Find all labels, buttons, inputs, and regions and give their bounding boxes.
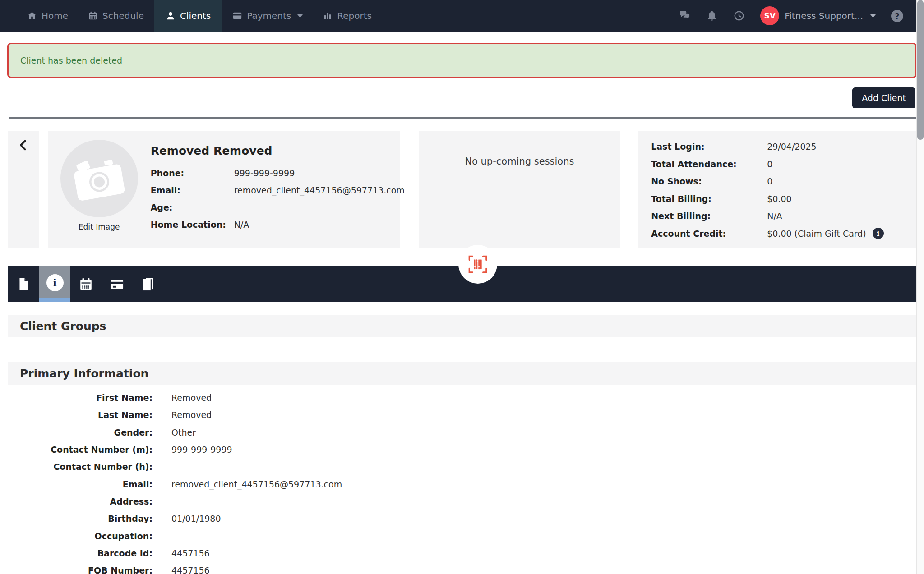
profile-field-row: Phone: 999-999-9999 — [151, 165, 405, 182]
field-row: Barcode Id: 4457156 — [8, 545, 924, 562]
field-label: Phone: — [151, 168, 234, 178]
user-name: Fitness Support... — [785, 10, 863, 21]
chat-button[interactable] — [679, 10, 691, 22]
scrollbar-thumb[interactable] — [917, 0, 924, 140]
field-row: Last Name: Removed — [8, 406, 924, 423]
client-name[interactable]: Removed Removed — [151, 144, 405, 157]
history-button[interactable] — [733, 10, 745, 22]
nav-item-clients[interactable]: Clients — [154, 0, 222, 32]
field-value: Removed — [171, 393, 212, 403]
caret-down-icon — [870, 14, 876, 18]
client-photo-column: Edit Image — [60, 140, 138, 248]
stat-value: N/A — [767, 211, 782, 221]
section-client-groups: Client Groups — [8, 315, 917, 337]
stat-row: Total Billing: $0.00 — [651, 190, 917, 208]
nav-item-label: Schedule — [102, 10, 144, 21]
tab-info[interactable]: i — [39, 266, 70, 302]
toolbar: Add Client — [0, 87, 915, 108]
nav-item-schedule[interactable]: Schedule — [78, 0, 154, 32]
field-row: First Name: Removed — [8, 389, 924, 406]
field-row: Birthday: 01/01/1980 — [8, 510, 924, 527]
book-icon — [141, 277, 155, 292]
clock-icon — [733, 10, 745, 22]
tab-notes[interactable] — [133, 266, 164, 302]
field-value: 4457156 — [171, 548, 210, 558]
stat-row: No Shows: 0 — [651, 173, 917, 190]
chevron-left-icon — [17, 139, 30, 152]
add-client-button[interactable]: Add Client — [852, 87, 915, 108]
field-label: Last Name: — [8, 410, 152, 420]
bell-icon — [706, 10, 718, 22]
user-menu[interactable]: SV Fitness Support... — [760, 6, 876, 25]
client-stats-card: Last Login: 29/04/2025 Total Attendance:… — [638, 131, 917, 248]
client-info: Removed Removed Phone: 999-999-9999 Emai… — [151, 140, 405, 248]
caret-down-icon — [297, 14, 303, 18]
calendar-icon — [79, 277, 93, 292]
stat-label: Account Credit: — [651, 229, 767, 239]
stat-value: 0 — [767, 176, 772, 186]
nav-item-label: Home — [42, 10, 68, 21]
profile-summary-row: Edit Image Removed Removed Phone: 999-99… — [8, 131, 917, 248]
client-tabs-wrapper: i — [8, 266, 917, 302]
home-icon — [27, 11, 37, 21]
sessions-empty-message: No up-coming sessions — [465, 156, 574, 248]
credit-card-icon — [110, 277, 124, 292]
avatar: SV — [760, 6, 779, 25]
field-row: Contact Number (m): 999-999-9999 — [8, 441, 924, 458]
stat-label: Last Login: — [651, 142, 767, 152]
stat-label: Next Billing: — [651, 211, 767, 221]
field-value: removed_client_4457156@597713.com — [234, 185, 405, 195]
bar-chart-icon — [323, 11, 333, 21]
stat-row: Next Billing: N/A — [651, 207, 917, 225]
field-value: 999-999-9999 — [171, 445, 232, 455]
info-icon: i — [46, 274, 64, 291]
stat-value: $0.00 (Claim Gift Card) i — [767, 228, 884, 239]
nav-item-label: Payments — [247, 10, 291, 21]
alert-banner: Client has been deleted — [7, 43, 917, 78]
field-label: Age: — [151, 202, 234, 212]
section-title: Primary Information — [20, 367, 148, 380]
divider — [9, 117, 917, 119]
field-label: Birthday: — [8, 514, 152, 523]
help-button[interactable]: ? — [891, 10, 903, 22]
field-value: 01/01/1980 — [171, 514, 221, 523]
stat-value: 0 — [767, 159, 772, 169]
barcode-icon — [467, 255, 488, 274]
calendar-icon — [88, 11, 98, 21]
top-navbar: Home Schedule Clients Paym — [0, 0, 924, 32]
barcode-button[interactable] — [458, 245, 497, 284]
nav-item-reports[interactable]: Reports — [313, 0, 382, 32]
tab-schedule[interactable] — [70, 266, 102, 302]
nav-item-payments[interactable]: Payments — [222, 0, 313, 32]
field-row: Occupation: — [8, 527, 924, 544]
stat-label: Total Attendance: — [651, 159, 767, 169]
section-title: Client Groups — [20, 320, 106, 333]
stat-label: Total Billing: — [651, 194, 767, 204]
edit-image-link[interactable]: Edit Image — [79, 222, 120, 231]
field-row: Gender: Other — [8, 424, 924, 441]
field-row: Address: — [8, 493, 924, 510]
profile-field-row: Email: removed_client_4457156@597713.com — [151, 182, 405, 199]
stat-value: $0.00 — [767, 194, 791, 204]
field-label: Email: — [151, 185, 234, 195]
field-value: 999-999-9999 — [234, 168, 295, 178]
info-icon[interactable]: i — [873, 228, 884, 239]
scrollbar-track[interactable] — [916, 0, 924, 574]
field-label: Address: — [8, 496, 152, 506]
stat-row: Account Credit: $0.00 (Claim Gift Card) … — [651, 225, 917, 243]
stat-row: Last Login: 29/04/2025 — [651, 138, 917, 156]
field-value: 4457156 — [171, 565, 210, 574]
tab-payments[interactable] — [102, 266, 133, 302]
notifications-button[interactable] — [706, 10, 718, 22]
nav-item-home[interactable]: Home — [17, 0, 78, 32]
camera-icon — [69, 152, 129, 205]
field-value: removed_client_4457156@597713.com — [171, 479, 342, 489]
client-photo-placeholder[interactable] — [60, 140, 138, 217]
chat-icon — [679, 10, 691, 22]
tab-documents[interactable] — [8, 266, 39, 302]
back-button[interactable] — [8, 131, 39, 248]
profile-field-row: Home Location: N/A — [151, 216, 405, 233]
field-row: Contact Number (h): — [8, 458, 924, 475]
client-identity-card: Edit Image Removed Removed Phone: 999-99… — [48, 131, 400, 248]
section-primary-information: Primary Information — [8, 362, 917, 385]
